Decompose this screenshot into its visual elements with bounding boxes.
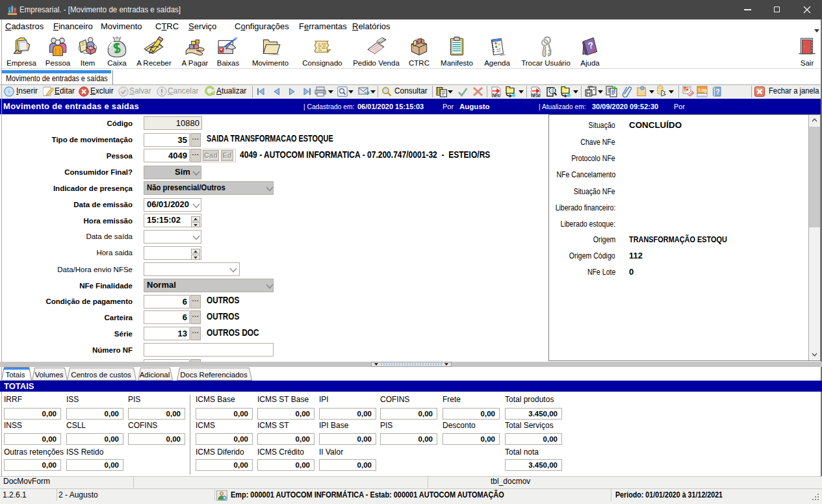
- svg-text:NFSe: NFSe: [532, 93, 541, 97]
- svg-text:?: ?: [716, 88, 720, 95]
- svg-text:Log: Log: [699, 88, 707, 93]
- svg-text:NFe: NFe: [493, 93, 500, 97]
